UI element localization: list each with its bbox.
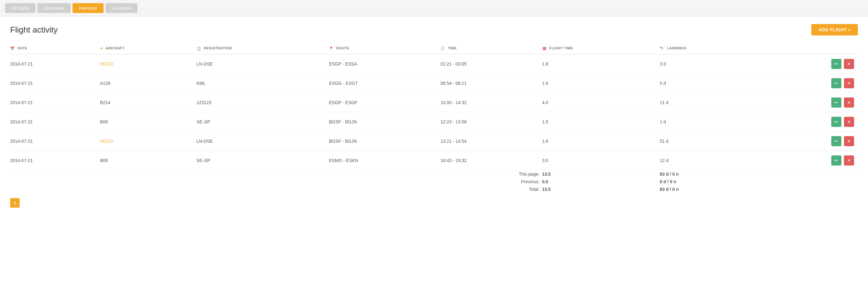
row-date: 2014-07-21 <box>10 54 100 74</box>
this-page-label: This page: <box>440 170 542 178</box>
aircraft-value: A139 <box>100 81 111 86</box>
row-landings: 51 d <box>660 131 763 151</box>
table-footer: This page: 13.5 83 d / 0 n Previous: 0.0… <box>10 170 858 193</box>
row-time: 12:23 - 13:58 <box>440 112 542 131</box>
row-flight-time: 4.0 <box>542 93 660 112</box>
this-page-landings: 83 d / 0 n <box>660 170 763 178</box>
row-aircraft: B06 <box>100 112 197 131</box>
edit-button[interactable]: ✏ <box>831 156 841 166</box>
delete-button[interactable]: ✕ <box>844 98 854 108</box>
row-time: 13:21 - 14:54 <box>440 131 542 151</box>
row-registration: SE-JIP <box>197 151 329 170</box>
registration-icon: 📋 <box>197 46 202 50</box>
total-label: Total: <box>440 185 542 193</box>
row-registration: KML <box>197 73 329 93</box>
row-date: 2014-07-21 <box>10 131 100 151</box>
table-row: 2014-07-21 B214 123123 ESGP - ESGP 10:00… <box>10 93 858 112</box>
delete-button[interactable]: ✕ <box>844 117 854 127</box>
edit-button[interactable]: ✏ <box>831 136 841 146</box>
row-time: 16:43 - 19:32 <box>440 151 542 170</box>
row-registration: LN-DSE <box>197 131 329 151</box>
row-aircraft: B06 <box>100 151 197 170</box>
row-landings: 3 d <box>660 54 763 74</box>
edit-button[interactable]: ✏ <box>831 59 841 69</box>
row-route: BGSF - BGJN <box>329 112 440 131</box>
row-aircraft: HUCO <box>100 131 197 151</box>
summary-spacer <box>10 170 440 178</box>
col-registration: 📋 REGISTRATION <box>197 43 329 54</box>
flight-time-icon: 🎯 <box>542 46 547 50</box>
aircraft-link[interactable]: HUCO <box>100 139 113 144</box>
delete-button[interactable]: ✕ <box>844 78 854 88</box>
row-date: 2014-07-21 <box>10 151 100 170</box>
previous-landings: 0 d / 0 n <box>660 178 763 185</box>
row-time: 10:00 - 14:32 <box>440 93 542 112</box>
row-flight-time: 3.0 <box>542 151 660 170</box>
row-route: ESGP - ESGP <box>329 93 440 112</box>
col-flight-time: 🎯 FLIGHT TIME <box>542 43 660 54</box>
row-registration: 123123 <box>197 93 329 112</box>
col-time: 🕐 TIME <box>440 43 542 54</box>
tab-all-flights[interactable]: All Flights <box>5 3 35 13</box>
tab-gyrocopter[interactable]: Gyrocopter <box>37 3 70 13</box>
delete-button[interactable]: ✕ <box>844 156 854 166</box>
col-route: 📍 ROUTE <box>329 43 440 54</box>
row-flight-time: 1.6 <box>542 73 660 93</box>
aircraft-link[interactable]: HUCO <box>100 61 113 66</box>
page-1-button[interactable]: 1 <box>10 198 20 208</box>
total-time: 13.5 <box>542 185 660 193</box>
aircraft-value: B214 <box>100 100 111 105</box>
row-actions: ✏ ✕ <box>764 131 858 151</box>
col-landings: 🔭 LANDINGS <box>660 43 763 54</box>
row-actions: ✏ ✕ <box>764 54 858 74</box>
row-aircraft: HUCO <box>100 54 197 74</box>
tab-landplane[interactable]: Landplane <box>105 3 137 13</box>
edit-button[interactable]: ✏ <box>831 117 841 127</box>
tab-bar: All FlightsGyrocopterHelicopterLandplane <box>0 0 868 16</box>
row-time: 01:21 - 03:05 <box>440 54 542 74</box>
row-landings: 5 d <box>660 73 763 93</box>
flight-table: 📅 DATE ✈ AIRCRAFT 📋 REGISTRATION 📍 ROUTE… <box>10 43 858 193</box>
this-page-time: 13.5 <box>542 170 660 178</box>
delete-button[interactable]: ✕ <box>844 136 854 146</box>
col-date: 📅 DATE <box>10 43 100 54</box>
row-aircraft: A139 <box>100 73 197 93</box>
row-route: ESGG - ESGT <box>329 73 440 93</box>
row-actions: ✏ ✕ <box>764 73 858 93</box>
table-body: 2014-07-21 HUCO LN-DSE ESGP - ESSA 01:21… <box>10 54 858 170</box>
pagination: 1 <box>10 198 858 208</box>
row-route: BGSF - BGJN <box>329 131 440 151</box>
row-registration: SE-JIP <box>197 112 329 131</box>
edit-button[interactable]: ✏ <box>831 78 841 88</box>
page-header: Flight activity ADD FLIGHT + <box>10 24 858 35</box>
row-registration: LN-DSE <box>197 54 329 74</box>
row-route: ESMO - ESKN <box>329 151 440 170</box>
summary-row-this-page: This page: 13.5 83 d / 0 n <box>10 170 858 178</box>
table-row: 2014-07-21 HUCO LN-DSE ESGP - ESSA 01:21… <box>10 54 858 74</box>
row-actions: ✏ ✕ <box>764 112 858 131</box>
table-header: 📅 DATE ✈ AIRCRAFT 📋 REGISTRATION 📍 ROUTE… <box>10 43 858 54</box>
route-icon: 📍 <box>329 46 334 50</box>
add-flight-button[interactable]: ADD FLIGHT + <box>811 24 858 35</box>
row-flight-time: 1.6 <box>542 131 660 151</box>
previous-time: 0.0 <box>542 178 660 185</box>
edit-button[interactable]: ✏ <box>831 98 841 108</box>
row-date: 2014-07-21 <box>10 73 100 93</box>
row-flight-time: 1.5 <box>542 112 660 131</box>
date-icon: 📅 <box>10 46 15 50</box>
table-row: 2014-07-21 B06 SE-JIP ESMO - ESKN 16:43 … <box>10 151 858 170</box>
table-row: 2014-07-21 HUCO LN-DSE BGSF - BGJN 13:21… <box>10 131 858 151</box>
delete-button[interactable]: ✕ <box>844 59 854 69</box>
row-actions: ✏ ✕ <box>764 93 858 112</box>
col-actions <box>764 43 858 54</box>
row-landings: 11 d <box>660 93 763 112</box>
summary-row-total: Total: 13.5 83 d / 0 n <box>10 185 858 193</box>
col-aircraft: ✈ AIRCRAFT <box>100 43 197 54</box>
aircraft-value: B06 <box>100 119 108 125</box>
row-date: 2014-07-21 <box>10 93 100 112</box>
row-landings: 12 d <box>660 151 763 170</box>
tab-helicopter[interactable]: Helicopter <box>72 3 104 13</box>
landings-icon: 🔭 <box>660 46 664 50</box>
row-date: 2014-07-21 <box>10 112 100 131</box>
total-landings: 83 d / 0 n <box>660 185 763 193</box>
